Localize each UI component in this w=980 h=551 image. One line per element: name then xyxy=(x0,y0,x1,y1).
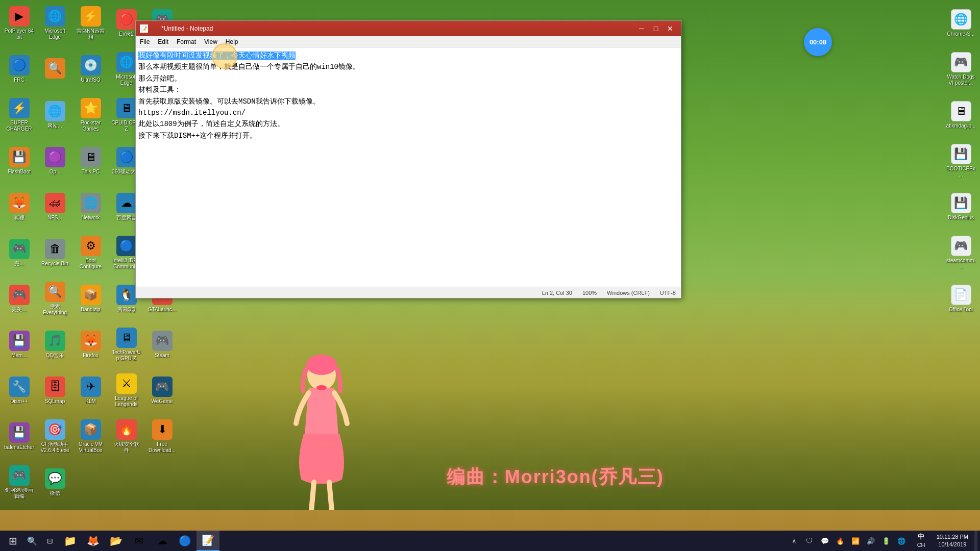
desktop-icon-frc[interactable]: 🔵 FRC xyxy=(3,48,36,89)
notepad-content[interactable]: 我好像有段时间没发视频了，今天心情好水下视频那么本期视频主题很简单，就是自己做一… xyxy=(136,47,681,287)
taskbar-clock[interactable]: 10:11:28 PM 10/14/2019 xyxy=(932,531,973,551)
desktop-icon-techpowerup[interactable]: 🖥 TechPowerUp GPU-Z xyxy=(110,324,143,365)
tray-antivirus[interactable]: 🛡 xyxy=(802,531,817,551)
desktop-icon-rockstar[interactable]: ⭐ Rockstar Games xyxy=(74,94,107,135)
taskbar-pin-notepad_active[interactable]: 📝 xyxy=(197,531,219,551)
maximize-button[interactable]: □ xyxy=(649,23,663,34)
menu-edit[interactable]: Edit xyxy=(154,37,173,46)
desktop-icon-mem[interactable]: 💾 Mem... xyxy=(3,324,36,365)
subtitle-text: 编曲：Morri3on(乔凡三) xyxy=(447,465,664,490)
notepad-statusbar: Ln 2, Col 30 100% Windows (CRLF) UTF-8 xyxy=(136,287,681,298)
desktop-icon-op[interactable]: 🟣 Op... xyxy=(38,140,71,181)
desktop-icon-wan[interactable]: 🎮 完... xyxy=(3,232,36,273)
desktop-icon-officetool[interactable]: 📄 Office Tool xyxy=(944,278,977,319)
desktop-icon-cf[interactable]: 🎯 CF活动助手 V2.6.4.5.exe xyxy=(38,416,71,457)
desktop-icon-supercharger[interactable]: ⚡ SUPER CHARGER xyxy=(3,94,36,135)
taskbar-pin-folder[interactable]: 📂 xyxy=(105,531,128,551)
notepad-titlebar[interactable]: 📝 *Untitled - Notepad ─ □ ✕ xyxy=(136,21,681,36)
desktop-icon-booticeex[interactable]: 💾 BOOTICEEx... xyxy=(944,140,977,181)
desktop-icon-huorong[interactable]: 🔥 火绒安全软件 xyxy=(110,416,143,457)
desktop-icon-nfs[interactable]: 🏎 NFS... xyxy=(38,186,71,227)
desktop-icon-klm[interactable]: ✈ KLM xyxy=(74,370,107,411)
icon-label-wan: 完... xyxy=(14,261,23,267)
desktop-icon-wechat[interactable]: 💬 微信 xyxy=(38,462,71,503)
desktop-icon-chrome[interactable]: 🌐 Chrome-S... xyxy=(944,3,977,43)
icon-label-op: Op... xyxy=(50,169,61,175)
menu-file[interactable]: File xyxy=(136,37,154,46)
desktop-icon-wegame[interactable]: 🎮 WeGame xyxy=(145,370,179,411)
minimize-button[interactable]: ─ xyxy=(635,23,648,34)
desktop-icon-watchdogs[interactable]: 🎮 Watch Dogs VI poster... xyxy=(944,48,977,89)
search-button[interactable]: 🔍 xyxy=(23,531,41,551)
desktop-icon-freedownload[interactable]: ⬇ Free Download... xyxy=(145,416,179,457)
icon-image-potplayer: ▶ xyxy=(9,6,30,27)
tray-chat[interactable]: 💬 xyxy=(818,531,832,551)
desktop-icon-ultraiso[interactable]: 💿 UltraISO xyxy=(74,48,107,89)
icon-image-fox: 🦊 xyxy=(9,193,30,213)
icon-label-klm: KLM xyxy=(85,398,96,405)
desktop-icon-wangzhan[interactable]: 🌐 网站... xyxy=(38,94,71,135)
taskbar-pin-mail[interactable]: ✉ xyxy=(128,531,151,551)
desktop-icon-bandizip[interactable]: 📦 Bandizip xyxy=(74,278,107,319)
taskbar-pin-explorer[interactable]: 📁 xyxy=(59,531,82,551)
icon-image-qq_music: 🎵 xyxy=(45,331,65,351)
desktop-icon-flashboot[interactable]: 💾 FlashBoot xyxy=(3,140,36,181)
show-desktop-button[interactable] xyxy=(974,531,977,551)
desktop-icon-recycle[interactable]: 🗑 Recycle Bin xyxy=(38,232,71,273)
desktop-icon-thispc[interactable]: 🖥 This PC xyxy=(74,140,107,181)
language-indicator[interactable]: 中 CH xyxy=(911,531,932,551)
icon-image-edge: 🌐 xyxy=(45,6,65,27)
desktop-icon-dismpp[interactable]: 🔧 Dism++ xyxy=(3,370,36,411)
desktop-icon-balena[interactable]: 💾 balenaEtcher xyxy=(3,416,36,457)
close-button[interactable]: ✕ xyxy=(664,23,677,34)
desktop-icon-thunderbird[interactable]: ⚡ 雷鸟NN迅雷相 xyxy=(74,3,107,43)
icon-image-leagueoflegends: ⚔ xyxy=(116,373,137,394)
icon-image-bootconfigure: ⚙ xyxy=(81,236,101,256)
icon-label-officetool: Office Tool xyxy=(949,307,973,313)
desktop-icon-wancheng[interactable]: 🎮 完美... xyxy=(3,278,36,319)
icon-image-recycle: 🗑 xyxy=(45,239,65,259)
desktop-icon-firefox[interactable]: 🦊 Firefox xyxy=(74,324,107,365)
tray-volume[interactable]: 🔊 xyxy=(864,531,878,551)
task-view-button[interactable]: ⊡ xyxy=(41,531,59,551)
icon-image-bandizip: 📦 xyxy=(81,285,101,305)
icon-label-steam: Steam xyxy=(155,353,169,359)
icon-image-cpuid: 🖥 xyxy=(116,98,137,118)
desktop-icon-qq_music[interactable]: 🎵 QQ音乐 xyxy=(38,324,71,365)
icon-label-bandizip: Bandizip xyxy=(81,307,100,313)
desktop-icon-jianwang[interactable]: 🎮 剑网3动漫画辑编 xyxy=(3,462,36,503)
tray-network[interactable]: 📶 xyxy=(848,531,863,551)
start-button[interactable]: ⊞ xyxy=(3,531,23,551)
desktop-icon-atikmdag[interactable]: 🖥 atikmdag-p... xyxy=(944,94,977,135)
tray-firewall[interactable]: 🔥 xyxy=(833,531,847,551)
tray-battery[interactable]: 🔋 xyxy=(879,531,893,551)
taskbar-pin-360_tb[interactable]: 🔵 xyxy=(174,531,197,551)
desktop-icon-potplayer[interactable]: ▶ PotPlayer 64 bit xyxy=(3,3,36,43)
icon-image-edge2: 🌐 xyxy=(116,52,137,72)
taskbar-pin-onedrive[interactable]: ☁ xyxy=(151,531,174,551)
icon-label-qq: 腾讯QQ xyxy=(117,307,136,313)
icon-label-sqlmap: SQLmap xyxy=(45,398,65,405)
desktop-icon-network[interactable]: 🌐 Network xyxy=(74,186,107,227)
icon-image-frc: 🔵 xyxy=(9,55,30,76)
desktop-icon-steam[interactable]: 🎮 Steam xyxy=(145,324,179,365)
taskbar-pin-firefox_tb[interactable]: 🦊 xyxy=(82,531,105,551)
tray-ime-indicator[interactable]: 🌐 xyxy=(894,531,909,551)
desktop-icon-edge[interactable]: 🌐 Microsoft Edge xyxy=(38,3,71,43)
icon-image-wan: 🎮 xyxy=(9,239,30,259)
desktop-icon-steamcomm[interactable]: 🎮 steamcomm... xyxy=(944,232,977,273)
desktop-icon-oracle[interactable]: 📦 Oracle VM VirtualBox xyxy=(74,416,107,457)
encoding: UTF-8 xyxy=(660,290,676,296)
icon-image-ev2: 🔴 xyxy=(116,9,137,30)
desktop-icon-sqlmap[interactable]: 🗄 SQLmap xyxy=(38,370,71,411)
desktop-icon-fox[interactable]: 🦊 狐狸 xyxy=(3,186,36,227)
desktop-icon-search2[interactable]: 🔍 搜索Everything xyxy=(38,278,71,319)
timer-bubble: 00:08 xyxy=(804,28,832,56)
desktop-icon-leagueoflegends[interactable]: ⚔ League of Lengends xyxy=(110,370,143,411)
desktop-icon-diskgenius[interactable]: 💾 DiskGenius xyxy=(944,186,977,227)
menu-format[interactable]: Format xyxy=(173,37,200,46)
icon-image-dismpp: 🔧 xyxy=(9,377,30,397)
tray-show-hidden[interactable]: ∧ xyxy=(787,531,801,551)
desktop-icon-bootconfigure[interactable]: ⚙ Boot Configure xyxy=(74,232,107,273)
desktop-icon-search_circle[interactable]: 🔍 xyxy=(38,48,71,89)
